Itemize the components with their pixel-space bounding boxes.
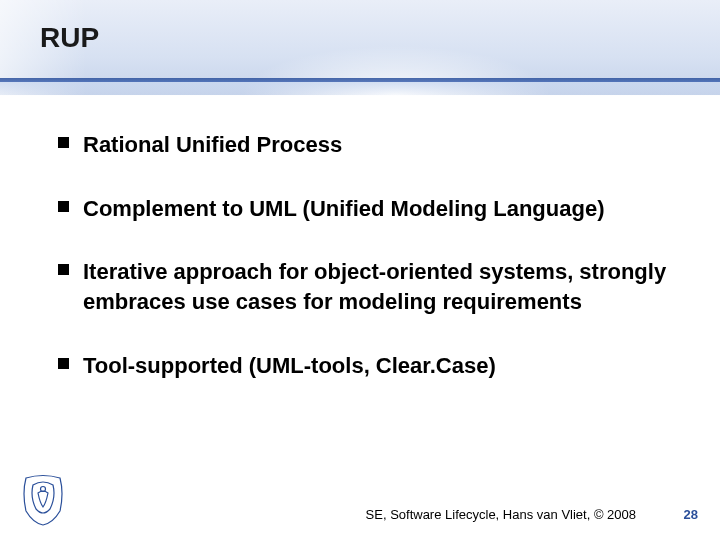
- bullet-item: Iterative approach for object-oriented s…: [58, 257, 670, 316]
- bullet-square-icon: [58, 201, 69, 212]
- bullet-item: Rational Unified Process: [58, 130, 670, 160]
- bullet-text: Rational Unified Process: [83, 130, 342, 160]
- bullet-text: Complement to UML (Unified Modeling Lang…: [83, 194, 604, 224]
- bullet-text: Tool-supported (UML-tools, Clear.Case): [83, 351, 496, 381]
- bullet-text: Iterative approach for object-oriented s…: [83, 257, 670, 316]
- footer-text: SE, Software Lifecycle, Hans van Vliet, …: [366, 507, 636, 522]
- bullet-square-icon: [58, 358, 69, 369]
- bullet-item: Tool-supported (UML-tools, Clear.Case): [58, 351, 670, 381]
- slide: RUP Rational Unified Process Complement …: [0, 0, 720, 540]
- header-fade: [0, 82, 720, 96]
- bullet-item: Complement to UML (Unified Modeling Lang…: [58, 194, 670, 224]
- bullet-square-icon: [58, 137, 69, 148]
- publisher-logo-icon: [18, 473, 68, 528]
- slide-title: RUP: [40, 22, 99, 54]
- content-area: Rational Unified Process Complement to U…: [58, 130, 670, 414]
- bullet-square-icon: [58, 264, 69, 275]
- page-number: 28: [684, 507, 698, 522]
